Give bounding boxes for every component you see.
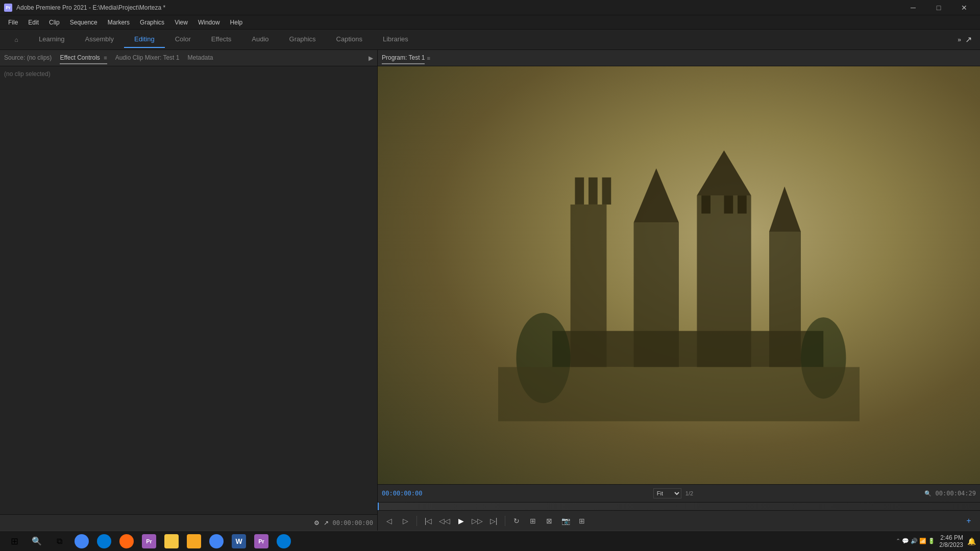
source-panel: Source: (no clips) Effect Controls ≡ Aud… xyxy=(0,50,378,531)
tab-learning[interactable]: Learning xyxy=(29,31,75,48)
go-to-out-button[interactable]: ▷| xyxy=(486,514,501,528)
no-clip-message: (no clip selected) xyxy=(4,70,51,78)
multi-cam-button[interactable]: ⊞ xyxy=(575,514,589,528)
source-panel-tabs: Source: (no clips) Effect Controls ≡ Aud… xyxy=(0,50,377,66)
mark-out-button[interactable]: ▷ xyxy=(398,514,412,528)
menu-edit[interactable]: Edit xyxy=(24,17,43,28)
castle-silhouette xyxy=(498,150,860,421)
loop-button[interactable]: ↻ xyxy=(509,514,524,528)
svg-rect-3 xyxy=(602,178,611,205)
menu-view[interactable]: View xyxy=(170,17,192,28)
controls-separator2 xyxy=(505,516,505,526)
taskbar-premiere[interactable]: Pr xyxy=(139,532,159,550)
system-clock: 2:46 PM 2/8/2023 xyxy=(939,534,963,548)
tab-editing[interactable]: Editing xyxy=(124,31,165,48)
taskbar-chrome[interactable] xyxy=(71,532,92,550)
fraction-display: 1/2 xyxy=(685,490,693,496)
svg-marker-12 xyxy=(769,186,801,232)
tab-libraries[interactable]: Libraries xyxy=(373,31,419,48)
program-scrubber[interactable] xyxy=(378,502,980,510)
start-icon: ⊞ xyxy=(7,534,21,548)
files-icon xyxy=(187,534,201,548)
svg-rect-2 xyxy=(575,178,584,205)
minimize-button[interactable]: ─ xyxy=(901,0,925,15)
workspace-nav: ⌂ Learning Assembly Editing Color Effect… xyxy=(0,30,980,50)
taskbar-premiere2[interactable]: Pr xyxy=(251,532,272,550)
taskbar-edge[interactable] xyxy=(94,532,114,550)
menu-markers[interactable]: Markers xyxy=(104,17,134,28)
source-timecode: 00:00:00:00 xyxy=(333,519,373,527)
program-playhead xyxy=(378,503,379,510)
menu-window[interactable]: Window xyxy=(194,17,224,28)
tab-source[interactable]: Source: (no clips) xyxy=(4,52,52,64)
tab-assembly[interactable]: Assembly xyxy=(75,31,124,48)
menu-bar: File Edit Clip Sequence Markers Graphics… xyxy=(0,15,980,30)
tab-graphics[interactable]: Graphics xyxy=(279,31,326,48)
taskbar-chrome2[interactable] xyxy=(206,532,227,550)
export-icon[interactable]: ↗ xyxy=(324,519,329,527)
sticky-notes-icon xyxy=(164,534,179,548)
tab-color[interactable]: Color xyxy=(165,31,201,48)
svg-marker-7 xyxy=(697,150,751,195)
task-view-icon: ⧉ xyxy=(52,534,66,548)
taskbar-files[interactable] xyxy=(184,532,204,550)
close-button[interactable]: ✕ xyxy=(952,0,976,15)
svg-rect-8 xyxy=(701,195,710,213)
taskbar-sticky[interactable] xyxy=(161,532,182,550)
chrome2-icon xyxy=(209,534,224,548)
expand-button[interactable]: ▶ xyxy=(369,55,373,62)
program-video xyxy=(378,66,980,484)
mark-in-button[interactable]: ◁ xyxy=(382,514,396,528)
program-footer: 00:00:00:00 Fit 25% 50% 100% 1/2 🔍 00:00… xyxy=(378,484,980,502)
magnify-icon[interactable]: 🔍 xyxy=(924,490,932,497)
zoom-select[interactable]: Fit 25% 50% 100% xyxy=(653,488,681,498)
app-icon: Pr xyxy=(4,4,12,12)
export-frame-button[interactable]: 📷 xyxy=(558,514,573,528)
svg-rect-16 xyxy=(498,367,860,421)
menu-file[interactable]: File xyxy=(4,17,22,28)
taskbar-edge2[interactable] xyxy=(274,532,294,550)
share-icon[interactable]: ↗ xyxy=(965,35,972,44)
safe-margins2-button[interactable]: ⊠ xyxy=(542,514,556,528)
start-button[interactable]: ⊞ xyxy=(4,532,24,550)
menu-sequence[interactable]: Sequence xyxy=(66,17,102,28)
maximize-button[interactable]: □ xyxy=(927,0,950,15)
system-tray[interactable]: ⌃ 💬 🔊 📶 🔋 xyxy=(896,538,935,544)
program-timecode-current: 00:00:00:00 xyxy=(382,490,422,497)
safe-margins-button[interactable]: ⊞ xyxy=(526,514,540,528)
svg-rect-10 xyxy=(738,195,747,213)
workspace-more-icon[interactable]: » xyxy=(958,36,961,43)
go-to-in-button[interactable]: |◁ xyxy=(421,514,435,528)
menu-clip[interactable]: Clip xyxy=(45,17,64,28)
word-icon: W xyxy=(232,534,246,548)
menu-graphics[interactable]: Graphics xyxy=(136,17,168,28)
menu-help[interactable]: Help xyxy=(226,17,247,28)
home-button[interactable]: ⌂ xyxy=(8,32,24,48)
step-back-button[interactable]: ◁◁ xyxy=(437,514,452,528)
tab-effect-controls[interactable]: Effect Controls ≡ xyxy=(60,52,107,64)
tab-audio[interactable]: Audio xyxy=(241,31,279,48)
tab-effects[interactable]: Effects xyxy=(201,31,242,48)
program-monitor-title: Program: Test 1 xyxy=(382,52,425,64)
taskbar-word[interactable]: W xyxy=(229,532,249,550)
program-menu-icon[interactable]: ≡ xyxy=(427,55,430,61)
workspace-right: » ↗ xyxy=(958,35,972,44)
task-view-button[interactable]: ⧉ xyxy=(49,532,69,550)
premiere2-icon: Pr xyxy=(254,534,268,548)
filter-icon[interactable]: ⚙ xyxy=(314,519,320,527)
step-forward-button[interactable]: ▷▷ xyxy=(470,514,484,528)
app-title: Adobe Premiere Pro 2021 - E:\Media\Proje… xyxy=(16,4,165,11)
tab-audio-clip-mixer[interactable]: Audio Clip Mixer: Test 1 xyxy=(115,52,180,64)
clock-date: 2/8/2023 xyxy=(939,541,963,548)
taskbar-right: ⌃ 💬 🔊 📶 🔋 2:46 PM 2/8/2023 🔔 xyxy=(896,534,976,548)
taskbar-firefox[interactable] xyxy=(116,532,137,550)
play-button[interactable]: ▶ xyxy=(454,514,468,528)
search-button[interactable]: 🔍 xyxy=(27,532,47,550)
tab-captions[interactable]: Captions xyxy=(326,31,373,48)
edge2-icon xyxy=(277,534,291,548)
svg-rect-9 xyxy=(724,195,733,213)
tab-metadata[interactable]: Metadata xyxy=(187,52,213,64)
notification-icon[interactable]: 🔔 xyxy=(967,537,976,545)
add-marker-button[interactable]: + xyxy=(962,514,976,528)
controls-separator xyxy=(416,516,417,526)
